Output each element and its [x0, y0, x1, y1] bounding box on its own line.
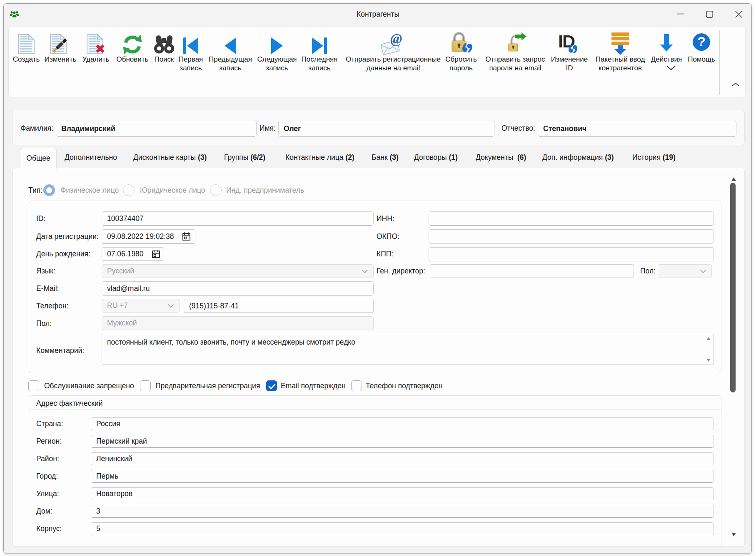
svg-text:?: ?: [697, 34, 706, 49]
svg-text:ID: ID: [558, 32, 575, 51]
svg-text:@: @: [390, 32, 402, 46]
